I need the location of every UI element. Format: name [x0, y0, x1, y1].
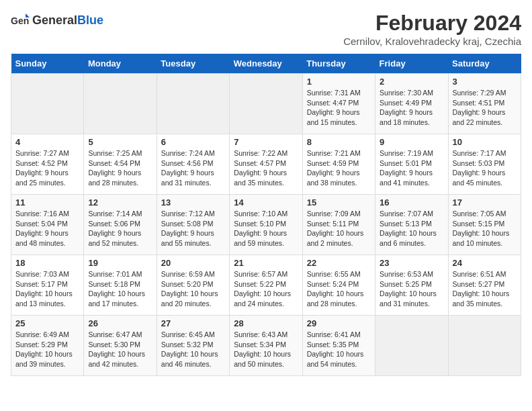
day-info: Sunrise: 6:53 AM Sunset: 5:25 PM Dayligh…: [380, 269, 443, 309]
day-number: 20: [161, 258, 225, 268]
day-number: 11: [15, 197, 79, 208]
day-number: 2: [380, 77, 443, 87]
calendar-cell: [375, 316, 448, 376]
calendar-week-3: 18Sunrise: 7:03 AM Sunset: 5:17 PM Dayli…: [11, 255, 521, 316]
calendar-cell: 26Sunrise: 6:47 AM Sunset: 5:30 PM Dayli…: [84, 316, 157, 376]
calendar-cell: 25Sunrise: 6:49 AM Sunset: 5:29 PM Dayli…: [11, 316, 84, 376]
calendar-cell: 16Sunrise: 7:07 AM Sunset: 5:13 PM Dayli…: [375, 195, 448, 255]
calendar-cell: 18Sunrise: 7:03 AM Sunset: 5:17 PM Dayli…: [11, 255, 84, 316]
day-info: Sunrise: 7:31 AM Sunset: 4:47 PM Dayligh…: [307, 88, 371, 128]
day-info: Sunrise: 7:24 AM Sunset: 4:56 PM Dayligh…: [161, 148, 225, 188]
calendar-cell: 11Sunrise: 7:16 AM Sunset: 5:04 PM Dayli…: [11, 195, 84, 255]
day-info: Sunrise: 6:51 AM Sunset: 5:27 PM Dayligh…: [453, 269, 517, 309]
day-number: 4: [15, 137, 79, 147]
title-area: February 2024 Cernilov, Kralovehradecky …: [343, 11, 521, 47]
day-info: Sunrise: 7:25 AM Sunset: 4:54 PM Dayligh…: [88, 148, 152, 188]
day-number: 26: [88, 318, 152, 328]
calendar-cell: 29Sunrise: 6:41 AM Sunset: 5:35 PM Dayli…: [302, 316, 375, 376]
header-monday: Monday: [84, 54, 157, 74]
day-number: 16: [380, 197, 443, 208]
calendar-cell: 5Sunrise: 7:25 AM Sunset: 4:54 PM Daylig…: [84, 134, 157, 195]
calendar-cell: 15Sunrise: 7:09 AM Sunset: 5:11 PM Dayli…: [302, 195, 375, 255]
day-info: Sunrise: 7:30 AM Sunset: 4:49 PM Dayligh…: [380, 88, 443, 128]
day-number: 23: [380, 258, 443, 268]
logo-blue: Blue: [77, 13, 103, 27]
day-info: Sunrise: 6:59 AM Sunset: 5:20 PM Dayligh…: [161, 269, 225, 309]
day-number: 28: [234, 318, 298, 328]
header-wednesday: Wednesday: [230, 54, 302, 74]
calendar-cell: 3Sunrise: 7:29 AM Sunset: 4:51 PM Daylig…: [448, 74, 521, 134]
calendar-cell: 9Sunrise: 7:19 AM Sunset: 5:01 PM Daylig…: [375, 134, 448, 195]
day-info: Sunrise: 7:01 AM Sunset: 5:18 PM Dayligh…: [88, 269, 152, 309]
day-number: 22: [307, 258, 371, 268]
calendar-cell: 13Sunrise: 7:12 AM Sunset: 5:08 PM Dayli…: [157, 195, 229, 255]
header-sunday: Sunday: [11, 54, 84, 74]
day-info: Sunrise: 7:21 AM Sunset: 4:59 PM Dayligh…: [307, 148, 371, 188]
calendar-header-row: SundayMondayTuesdayWednesdayThursdayFrid…: [11, 54, 521, 74]
day-number: 19: [88, 258, 152, 268]
calendar-cell: 10Sunrise: 7:17 AM Sunset: 5:03 PM Dayli…: [448, 134, 521, 195]
calendar-cell: 20Sunrise: 6:59 AM Sunset: 5:20 PM Dayli…: [157, 255, 229, 316]
day-number: 1: [307, 77, 371, 87]
day-number: 25: [15, 318, 79, 328]
logo-general: General: [32, 13, 77, 27]
calendar-cell: 8Sunrise: 7:21 AM Sunset: 4:59 PM Daylig…: [302, 134, 375, 195]
day-number: 15: [307, 197, 371, 208]
day-info: Sunrise: 7:29 AM Sunset: 4:51 PM Dayligh…: [453, 88, 517, 128]
calendar-cell: 6Sunrise: 7:24 AM Sunset: 4:56 PM Daylig…: [157, 134, 229, 195]
calendar-cell: [230, 74, 302, 134]
day-number: 17: [453, 197, 517, 208]
day-info: Sunrise: 7:12 AM Sunset: 5:08 PM Dayligh…: [161, 209, 225, 248]
day-number: 3: [453, 77, 517, 87]
day-number: 13: [161, 197, 225, 208]
calendar-week-1: 4Sunrise: 7:27 AM Sunset: 4:52 PM Daylig…: [11, 134, 521, 195]
calendar-cell: [11, 74, 84, 134]
calendar-cell: 4Sunrise: 7:27 AM Sunset: 4:52 PM Daylig…: [11, 134, 84, 195]
logo-icon: General: [11, 11, 30, 30]
header-tuesday: Tuesday: [157, 54, 229, 74]
day-info: Sunrise: 7:09 AM Sunset: 5:11 PM Dayligh…: [307, 209, 371, 248]
calendar-week-2: 11Sunrise: 7:16 AM Sunset: 5:04 PM Dayli…: [11, 195, 521, 255]
header: General GeneralBlue February 2024 Cernil…: [11, 11, 521, 47]
calendar-table: SundayMondayTuesdayWednesdayThursdayFrid…: [11, 54, 521, 376]
calendar-cell: 14Sunrise: 7:10 AM Sunset: 5:10 PM Dayli…: [230, 195, 302, 255]
day-number: 8: [307, 137, 371, 147]
day-number: 5: [88, 137, 152, 147]
day-info: Sunrise: 6:45 AM Sunset: 5:32 PM Dayligh…: [161, 330, 225, 369]
day-number: 21: [234, 258, 298, 268]
day-number: 27: [161, 318, 225, 328]
day-info: Sunrise: 6:47 AM Sunset: 5:30 PM Dayligh…: [88, 330, 152, 369]
day-info: Sunrise: 6:49 AM Sunset: 5:29 PM Dayligh…: [15, 330, 79, 369]
day-number: 18: [15, 258, 79, 268]
day-info: Sunrise: 7:22 AM Sunset: 4:57 PM Dayligh…: [234, 148, 298, 188]
header-saturday: Saturday: [448, 54, 521, 74]
day-info: Sunrise: 7:19 AM Sunset: 5:01 PM Dayligh…: [380, 148, 443, 188]
day-info: Sunrise: 7:17 AM Sunset: 5:03 PM Dayligh…: [453, 148, 517, 188]
day-info: Sunrise: 7:03 AM Sunset: 5:17 PM Dayligh…: [15, 269, 79, 309]
day-info: Sunrise: 7:05 AM Sunset: 5:15 PM Dayligh…: [453, 209, 517, 248]
day-info: Sunrise: 6:57 AM Sunset: 5:22 PM Dayligh…: [234, 269, 298, 309]
calendar-cell: [448, 316, 521, 376]
header-friday: Friday: [375, 54, 448, 74]
day-info: Sunrise: 6:55 AM Sunset: 5:24 PM Dayligh…: [307, 269, 371, 309]
calendar-cell: 1Sunrise: 7:31 AM Sunset: 4:47 PM Daylig…: [302, 74, 375, 134]
calendar-cell: [84, 74, 157, 134]
day-info: Sunrise: 7:27 AM Sunset: 4:52 PM Dayligh…: [15, 148, 79, 188]
day-info: Sunrise: 7:14 AM Sunset: 5:06 PM Dayligh…: [88, 209, 152, 248]
day-number: 14: [234, 197, 298, 208]
calendar-cell: 19Sunrise: 7:01 AM Sunset: 5:18 PM Dayli…: [84, 255, 157, 316]
day-number: 10: [453, 137, 517, 147]
calendar-cell: 23Sunrise: 6:53 AM Sunset: 5:25 PM Dayli…: [375, 255, 448, 316]
day-info: Sunrise: 6:41 AM Sunset: 5:35 PM Dayligh…: [307, 330, 371, 369]
page-title: February 2024: [343, 11, 521, 36]
page-subtitle: Cernilov, Kralovehradecky kraj, Czechia: [343, 36, 521, 47]
logo: General GeneralBlue: [11, 11, 103, 30]
day-number: 12: [88, 197, 152, 208]
calendar-cell: 2Sunrise: 7:30 AM Sunset: 4:49 PM Daylig…: [375, 74, 448, 134]
calendar-cell: 27Sunrise: 6:45 AM Sunset: 5:32 PM Dayli…: [157, 316, 229, 376]
day-number: 9: [380, 137, 443, 147]
calendar-week-0: 1Sunrise: 7:31 AM Sunset: 4:47 PM Daylig…: [11, 74, 521, 134]
day-number: 24: [453, 258, 517, 268]
calendar-cell: 17Sunrise: 7:05 AM Sunset: 5:15 PM Dayli…: [448, 195, 521, 255]
day-number: 6: [161, 137, 225, 147]
